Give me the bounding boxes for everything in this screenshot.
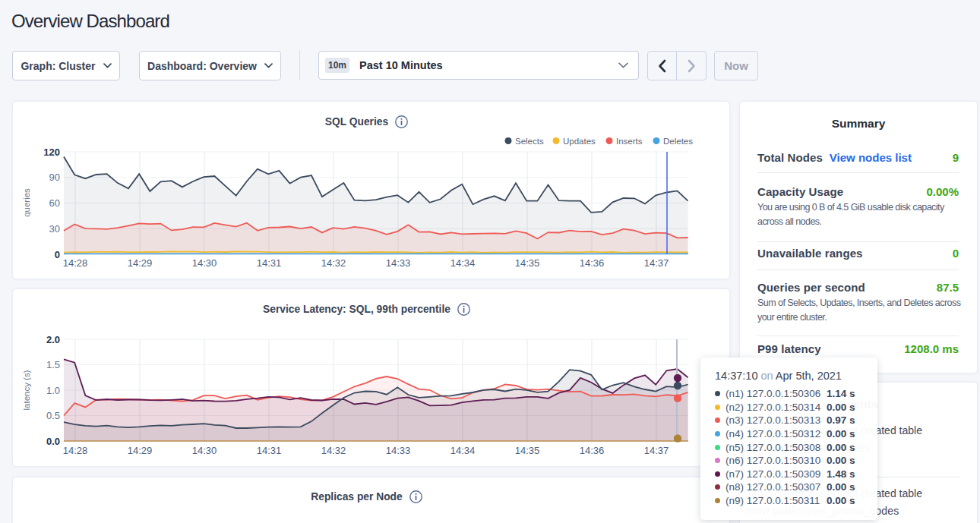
svg-text:14:28: 14:28	[63, 445, 88, 456]
svg-text:14:32: 14:32	[321, 257, 346, 269]
svg-text:14:31: 14:31	[257, 257, 282, 269]
svg-text:latency (s): latency (s)	[22, 370, 31, 410]
svg-text:14:36: 14:36	[580, 445, 605, 456]
svg-text:14:33: 14:33	[386, 257, 411, 269]
svg-text:90: 90	[49, 172, 60, 183]
svg-text:Deletes: Deletes	[663, 137, 693, 146]
svg-text:14:31: 14:31	[257, 445, 282, 456]
svg-text:14:37: 14:37	[644, 257, 669, 269]
svg-text:120: 120	[43, 147, 60, 158]
svg-text:0.5: 0.5	[46, 410, 60, 421]
svg-text:14:29: 14:29	[128, 445, 153, 456]
svg-text:30: 30	[49, 223, 60, 235]
svg-text:14:34: 14:34	[450, 257, 476, 269]
svg-text:60: 60	[49, 197, 60, 209]
svg-text:14:30: 14:30	[192, 445, 217, 456]
svg-text:14:30: 14:30	[192, 257, 217, 269]
svg-text:14:36: 14:36	[580, 257, 605, 269]
svg-text:0.0: 0.0	[46, 436, 60, 447]
svg-text:0: 0	[55, 249, 60, 260]
svg-text:14:35: 14:35	[515, 257, 540, 269]
svg-text:1.0: 1.0	[46, 385, 60, 396]
svg-text:14:35: 14:35	[515, 445, 540, 456]
svg-text:1.5: 1.5	[46, 359, 60, 370]
svg-text:Updates: Updates	[563, 137, 596, 146]
svg-text:14:32: 14:32	[321, 445, 346, 456]
svg-text:14:29: 14:29	[128, 257, 153, 269]
svg-text:Selects: Selects	[515, 137, 544, 146]
svg-text:14:37: 14:37	[644, 445, 669, 456]
svg-text:14:34: 14:34	[450, 445, 476, 456]
svg-text:queries: queries	[22, 188, 31, 217]
svg-text:Inserts: Inserts	[616, 137, 643, 146]
svg-text:14:28: 14:28	[63, 257, 88, 269]
svg-text:14:33: 14:33	[386, 445, 411, 456]
svg-text:2.0: 2.0	[46, 334, 60, 345]
